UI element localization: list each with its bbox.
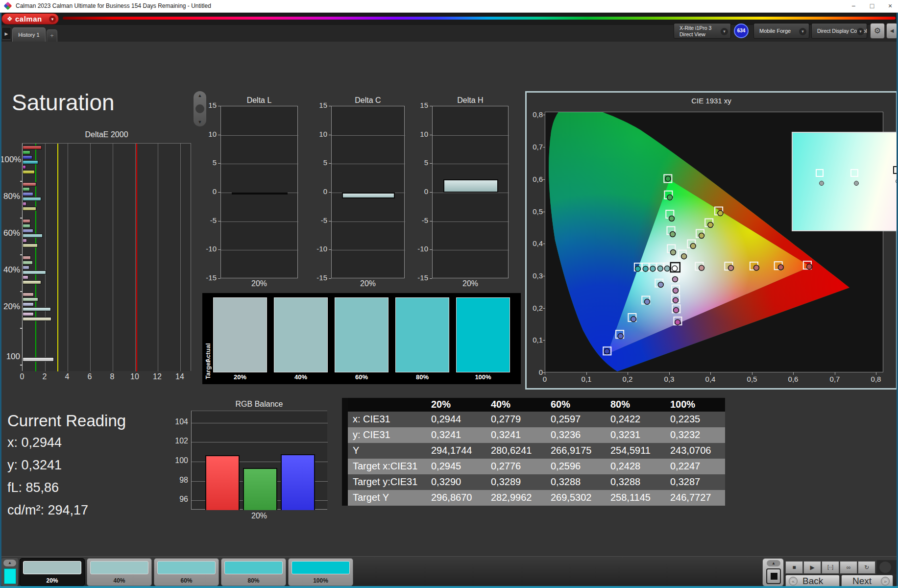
calman-menu-button[interactable]: ❖ calman ▾ — [1, 13, 59, 24]
table-row-label: Y — [348, 443, 426, 459]
display-status-bar — [813, 24, 815, 37]
cie-measured-point — [670, 232, 676, 237]
source-label: Mobile Forge — [759, 28, 791, 34]
table-cell: 0,2247 — [665, 459, 725, 474]
delta-y-tick-label: -5 — [200, 216, 217, 224]
delta-bar — [232, 193, 288, 195]
tab-scroll-button[interactable]: ▶ — [1, 27, 11, 40]
deltae-bar — [23, 307, 51, 311]
deltae-bar — [23, 207, 36, 211]
bottom-swatch-label: 40% — [87, 577, 151, 584]
delta-bar — [342, 193, 395, 198]
collapse-panel-button[interactable]: ◀ — [886, 23, 898, 39]
bottom-swatch-60%[interactable]: 60% — [154, 558, 219, 586]
delta-y-tick-label: -10 — [412, 245, 428, 253]
delta-y-tick-label: 15 — [311, 101, 327, 109]
table-header-cell: 60% — [546, 398, 606, 412]
deltae-category-label: 80% — [0, 192, 20, 201]
delta-y-tick-label: -5 — [412, 216, 428, 224]
delta_h-chart — [432, 106, 509, 278]
meter-count-badge[interactable]: 634 — [734, 24, 749, 38]
table-cell: 0,2779 — [486, 412, 546, 427]
table-cell: 0,3288 — [546, 474, 606, 490]
cie-measured-point — [681, 254, 687, 259]
table-row-label: x: CIE31 — [348, 412, 426, 427]
delta-y-tick-label: -10 — [200, 245, 217, 253]
swatch-label: 40% — [274, 373, 328, 381]
deltae-gridline — [180, 144, 181, 371]
deltae-gridline — [90, 144, 91, 371]
deltae-bar — [23, 170, 35, 174]
add-tab-button[interactable]: + — [47, 29, 57, 42]
delta-gridline — [221, 221, 298, 222]
bottom-swatch-80%[interactable]: 80% — [221, 558, 286, 586]
back-button[interactable]: « Back — [785, 575, 840, 587]
delta-y-tick — [329, 106, 331, 106]
range-button[interactable]: [··] — [822, 561, 839, 574]
deltae-x-tick-label: 2 — [39, 372, 50, 381]
deltae-x-tick-label: 12 — [151, 372, 163, 381]
next-button[interactable]: Next » — [841, 575, 893, 587]
cie-x-tick-label: 0,5 — [743, 375, 761, 383]
table-cell: 243,0706 — [665, 443, 725, 459]
bottom-swatch-40%[interactable]: 40% — [87, 558, 152, 586]
deltae-category-label: 20% — [0, 302, 20, 312]
delta-y-tick — [218, 249, 220, 250]
play-button[interactable]: ▶ — [803, 561, 821, 574]
bottom-swatch-100%[interactable]: 100% — [288, 558, 353, 586]
cie-measured-point — [669, 216, 675, 221]
refresh-icon: ↻ — [858, 562, 875, 573]
deltae-bar — [23, 202, 26, 206]
table-header-cell: 20% — [426, 398, 486, 412]
delta-y-tick-label: -15 — [412, 273, 428, 282]
delta-y-tick — [218, 278, 220, 279]
table-cell: 294,1744 — [426, 443, 486, 459]
continuous-button[interactable]: ∞ — [840, 561, 857, 574]
close-button[interactable]: × — [882, 0, 898, 12]
cie-chart-title: CIE 1931 xy — [527, 97, 896, 105]
minimize-button[interactable]: − — [846, 0, 861, 12]
measure-up-icon[interactable]: ▲ — [767, 560, 780, 566]
table-cell: 280,6241 — [486, 443, 546, 459]
page-title: Saturation — [12, 89, 115, 116]
bottom-swatch-20%[interactable]: 20% — [20, 558, 85, 586]
stop-button[interactable]: ■ — [785, 561, 803, 574]
delta-chart-title: Delta L — [211, 96, 308, 105]
meter-source-dropdown[interactable]: Mobile Forge ▾ — [753, 23, 809, 39]
bottom-swatch-color — [23, 561, 81, 574]
deltae-gridline — [45, 144, 46, 371]
stop-measure-button[interactable] — [766, 568, 781, 584]
table-cell: 246,7727 — [665, 490, 725, 506]
refresh-button[interactable]: ↻ — [858, 561, 875, 574]
tab-history-1[interactable]: History 1 — [12, 27, 46, 42]
meter-display-dropdown[interactable]: Direct Display Control ▾ — [811, 23, 867, 39]
cie-x-tick — [545, 372, 545, 375]
patch-up-icon[interactable]: ▲ — [3, 560, 16, 566]
rgb-balance-chart — [191, 411, 327, 510]
delta-gridline — [332, 135, 405, 136]
deltae-bar — [23, 244, 38, 247]
deltae-category-label: 60% — [0, 228, 20, 238]
deltae-bar — [23, 165, 26, 169]
cie-measured-point — [644, 299, 650, 304]
table-row-label: Target x:CIE31 — [348, 459, 426, 474]
delta-gridline — [221, 250, 298, 250]
device-status-bar — [675, 24, 677, 37]
next-label: Next — [852, 576, 872, 587]
maximize-button[interactable]: □ — [864, 0, 880, 12]
chevron-down-icon: ▾ — [799, 28, 806, 35]
table-header-row: 20%40%60%80%100% — [348, 398, 725, 412]
deltae-category-label: 40% — [0, 265, 20, 275]
cie-measured-point — [672, 266, 678, 271]
current-reading-line: y: 0,3241 — [7, 458, 62, 473]
settings-gear-button[interactable]: ⚙ — [870, 23, 885, 39]
spinner-down-icon[interactable]: ▼ — [194, 120, 206, 124]
inset-target-square — [816, 169, 824, 177]
delta-gridline — [332, 221, 405, 222]
deltae-bar — [23, 197, 41, 201]
cie-measured-point — [807, 264, 812, 270]
calman-logo-icon: ❖ — [7, 15, 13, 23]
delta-y-tick — [329, 163, 331, 164]
meter-device-dropdown[interactable]: X-Rite i1Pro 3Direct View ▾ — [674, 23, 731, 39]
spinner-up-icon[interactable]: ▲ — [194, 93, 206, 98]
